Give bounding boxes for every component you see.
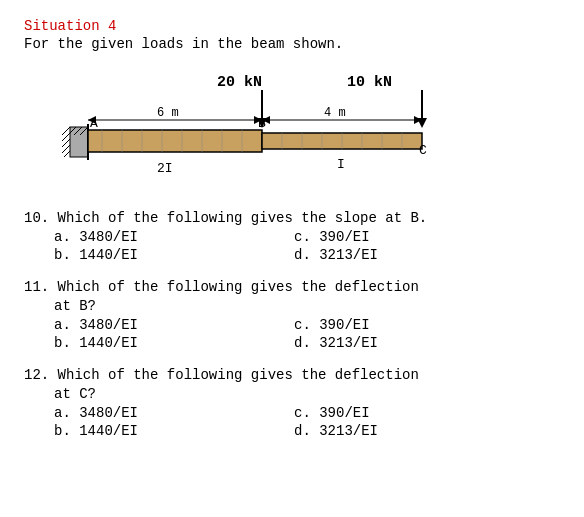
label-b: B: [258, 116, 266, 131]
q10-answers-right: c. 390/EI d. 3213/EI: [294, 229, 494, 265]
q12-a: a. 3480/EI: [54, 405, 294, 421]
beam-diagram: 20 kN 10 kN: [62, 62, 522, 192]
question-12: 12. Which of the following gives the def…: [24, 367, 560, 441]
q10-c: c. 390/EI: [294, 229, 494, 245]
dim-6m: 6 m: [157, 106, 179, 120]
label-i: I: [337, 157, 345, 172]
q10-d: d. 3213/EI: [294, 247, 494, 263]
q10-text: 10. Which of the following gives the slo…: [24, 210, 560, 226]
question-11: 11. Which of the following gives the def…: [24, 279, 560, 353]
wall-rect: [70, 127, 88, 157]
q11-answers: a. 3480/EI b. 1440/EI c. 390/EI d. 3213/…: [54, 317, 560, 353]
page: Situation 4 For the given loads in the b…: [0, 0, 584, 517]
q11-a: a. 3480/EI: [54, 317, 294, 333]
q12-b: b. 1440/EI: [54, 423, 294, 439]
force-10kn-label: 10 kN: [347, 74, 392, 91]
beam-left: [88, 130, 262, 152]
force-20kn-label: 20 kN: [217, 74, 262, 91]
svg-line-4: [64, 151, 70, 157]
label-c: C: [419, 143, 427, 158]
situation-title: Situation 4: [24, 18, 560, 34]
intro-text: For the given loads in the beam shown.: [24, 36, 560, 52]
q12-answers: a. 3480/EI b. 1440/EI c. 390/EI d. 3213/…: [54, 405, 560, 441]
q11-d: d. 3213/EI: [294, 335, 494, 351]
q12-text2: at C?: [54, 386, 560, 402]
q12-answers-right: c. 390/EI d. 3213/EI: [294, 405, 494, 441]
q11-answers-left: a. 3480/EI b. 1440/EI: [54, 317, 294, 353]
q12-d: d. 3213/EI: [294, 423, 494, 439]
beam-svg: 20 kN 10 kN: [62, 72, 522, 192]
label-2i: 2I: [157, 161, 173, 176]
q10-a: a. 3480/EI: [54, 229, 294, 245]
q10-answers-left: a. 3480/EI b. 1440/EI: [54, 229, 294, 265]
q11-text1: 11. Which of the following gives the def…: [24, 279, 560, 295]
q12-c: c. 390/EI: [294, 405, 494, 421]
q10-b: b. 1440/EI: [54, 247, 294, 263]
q11-text2: at B?: [54, 298, 560, 314]
question-10: 10. Which of the following gives the slo…: [24, 210, 560, 265]
q11-b: b. 1440/EI: [54, 335, 294, 351]
q12-text1: 12. Which of the following gives the def…: [24, 367, 560, 383]
dim-4m: 4 m: [324, 106, 346, 120]
q12-answers-left: a. 3480/EI b. 1440/EI: [54, 405, 294, 441]
q11-c: c. 390/EI: [294, 317, 494, 333]
q10-answers: a. 3480/EI b. 1440/EI c. 390/EI d. 3213/…: [54, 229, 560, 265]
q11-answers-right: c. 390/EI d. 3213/EI: [294, 317, 494, 353]
